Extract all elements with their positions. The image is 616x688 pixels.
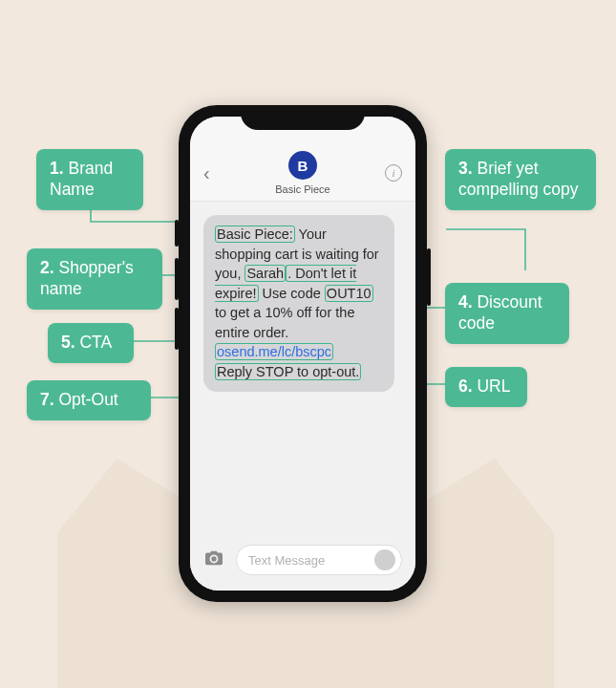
phone-side-button (175, 308, 179, 350)
callout-cta: 5. CTA (48, 323, 134, 363)
callout-number: 7. (40, 390, 54, 409)
callout-brand-name: 1. Brand Name (36, 149, 143, 210)
callout-text: Shopper's name (40, 258, 134, 298)
camera-icon[interactable] (203, 549, 224, 570)
callout-number: 3. (458, 159, 473, 178)
avatar-initial: B (298, 158, 308, 174)
callout-opt-out: 7. Opt-Out (27, 380, 151, 420)
callout-number: 6. (458, 376, 473, 396)
phone-frame: ‹ B Basic Piece i Basic Piece: Your shop… (179, 105, 427, 602)
compose-input[interactable]: Text Message (236, 545, 402, 575)
callout-shopper-name: 2. Shopper's name (27, 248, 162, 310)
callout-text: CTA (79, 333, 112, 352)
avatar: B (288, 151, 317, 180)
callout-number: 4. (458, 292, 473, 312)
phone-side-button (427, 248, 431, 306)
callout-number: 2. (40, 258, 54, 277)
info-icon[interactable]: i (385, 164, 402, 182)
contact-header[interactable]: B Basic Piece (275, 151, 329, 195)
msg-text: to get a 10% off for the entire order. (215, 305, 354, 340)
callout-text: Brief yet compelling copy (458, 159, 578, 199)
message-thread: Basic Piece: Your shopping cart is waiti… (190, 202, 415, 535)
phone-screen: ‹ B Basic Piece i Basic Piece: Your shop… (190, 117, 415, 591)
compose-bar: Text Message (190, 535, 415, 591)
highlight-url[interactable]: osend.me/lc/bscpc (215, 343, 333, 360)
mic-icon[interactable] (374, 549, 395, 570)
callout-compelling-copy: 3. Brief yet compelling copy (445, 149, 596, 210)
phone-side-button (175, 220, 179, 247)
callout-number: 1. (50, 159, 64, 178)
msg-text: Use code (259, 286, 325, 301)
highlight-shopper-name: Sarah (244, 265, 286, 282)
callout-text: Opt-Out (58, 390, 117, 409)
callout-url: 6. URL (445, 367, 527, 407)
callout-text: URL (477, 376, 510, 396)
highlight-discount-code: OUT10 (325, 285, 373, 302)
highlight-brand: Basic Piece: (215, 226, 295, 243)
contact-name: Basic Piece (275, 183, 329, 195)
sms-bubble: Basic Piece: Your shopping cart is waiti… (203, 215, 394, 392)
phone-side-button (175, 258, 179, 300)
callout-number: 5. (61, 333, 75, 352)
back-icon[interactable]: ‹ (203, 163, 221, 183)
callout-discount-code: 4. Discount code (445, 283, 569, 344)
messages-topbar: ‹ B Basic Piece i (190, 117, 415, 202)
highlight-opt-out: Reply STOP to opt-out. (215, 363, 361, 380)
compose-placeholder: Text Message (248, 553, 325, 568)
